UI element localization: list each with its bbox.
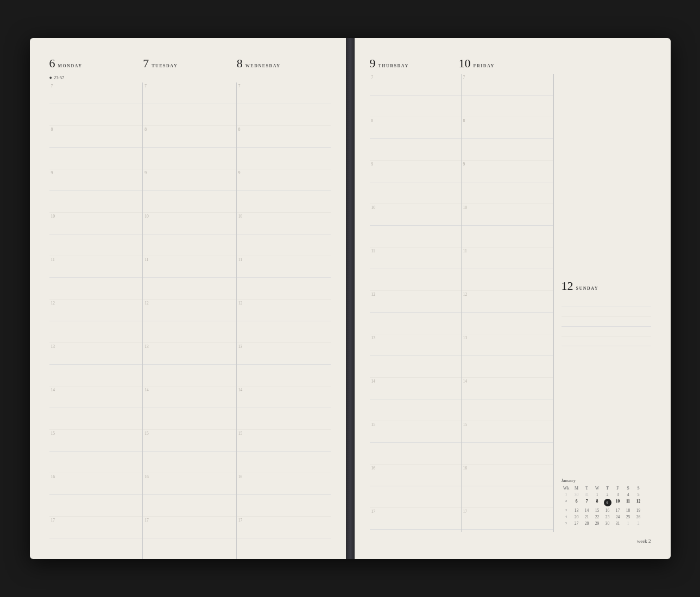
hour-row[interactable]: 13 <box>49 343 143 365</box>
hour-row-half[interactable] <box>237 191 331 213</box>
hour-row[interactable]: 11 <box>462 247 553 269</box>
hour-row-half[interactable] <box>143 321 236 343</box>
hour-row-half[interactable] <box>143 538 236 559</box>
hour-row-half[interactable] <box>370 139 461 161</box>
hour-row[interactable]: 7 <box>237 82 331 104</box>
hour-row[interactable]: 7 <box>370 74 461 96</box>
hour-row[interactable]: 13 <box>370 334 461 356</box>
hour-row[interactable]: 17 <box>237 517 331 538</box>
hour-row-half[interactable] <box>237 452 331 473</box>
hour-row[interactable]: 17 <box>462 508 553 530</box>
hour-row[interactable]: 15 <box>49 430 143 452</box>
hour-row-half[interactable] <box>49 234 143 256</box>
hour-row-half[interactable] <box>143 104 236 126</box>
hour-row-half[interactable] <box>370 182 461 204</box>
hour-row[interactable]: 9 <box>143 169 236 191</box>
hour-row-half[interactable] <box>143 365 236 386</box>
hour-row[interactable]: 11 <box>49 256 143 278</box>
hour-row-half[interactable] <box>462 313 553 334</box>
hour-row[interactable]: 10 <box>143 213 236 234</box>
hour-row-half[interactable] <box>143 495 236 517</box>
hour-row-half[interactable] <box>49 321 143 343</box>
hour-row-half[interactable] <box>237 408 331 430</box>
hour-row[interactable]: 7 <box>143 82 236 104</box>
hour-row[interactable]: 14 <box>370 378 461 399</box>
hour-row-half[interactable] <box>462 226 553 247</box>
hour-row-half[interactable] <box>237 234 331 256</box>
hour-row-half[interactable] <box>143 278 236 300</box>
hour-row-half[interactable] <box>370 226 461 247</box>
hour-row-half[interactable] <box>462 139 553 161</box>
hour-row-half[interactable] <box>143 452 236 473</box>
hour-row-half[interactable] <box>462 182 553 204</box>
hour-row-half[interactable] <box>49 278 143 300</box>
hour-row-half[interactable] <box>370 530 461 532</box>
hour-row[interactable]: 16 <box>143 473 236 495</box>
hour-row[interactable]: 11 <box>143 256 236 278</box>
hour-row-half[interactable] <box>237 148 331 169</box>
hour-row-half[interactable] <box>462 443 553 465</box>
hour-row-half[interactable] <box>462 399 553 421</box>
hour-row[interactable]: 7 <box>462 74 553 96</box>
hour-row-half[interactable] <box>49 365 143 386</box>
hour-row[interactable]: 12 <box>237 300 331 321</box>
hour-row[interactable]: 17 <box>370 508 461 530</box>
hour-row-half[interactable] <box>237 365 331 386</box>
hour-row[interactable]: 8 <box>237 126 331 148</box>
hour-row-half[interactable] <box>370 313 461 334</box>
hour-row-half[interactable] <box>143 408 236 430</box>
hour-row-half[interactable] <box>49 104 143 126</box>
hour-row-half[interactable] <box>143 234 236 256</box>
hour-row[interactable]: 12 <box>143 300 236 321</box>
hour-row[interactable]: 12 <box>370 291 461 313</box>
hour-row-half[interactable] <box>370 443 461 465</box>
hour-row[interactable]: 9 <box>370 161 461 182</box>
hour-row[interactable]: 17 <box>143 517 236 538</box>
hour-row-half[interactable] <box>462 486 553 508</box>
hour-row[interactable]: 14 <box>49 386 143 408</box>
hour-row[interactable]: 12 <box>49 300 143 321</box>
hour-row-half[interactable] <box>370 399 461 421</box>
hour-row[interactable]: 14 <box>143 386 236 408</box>
hour-row[interactable]: 8 <box>143 126 236 148</box>
hour-row-half[interactable] <box>49 191 143 213</box>
hour-row[interactable]: 8 <box>462 117 553 139</box>
hour-row[interactable]: 13 <box>143 343 236 365</box>
hour-row-half[interactable] <box>49 538 143 559</box>
hour-row[interactable]: 15 <box>462 421 553 443</box>
hour-row[interactable]: 14 <box>462 378 553 399</box>
hour-row-half[interactable] <box>462 530 553 532</box>
hour-row-half[interactable] <box>370 269 461 291</box>
hour-row[interactable]: 15 <box>143 430 236 452</box>
hour-row-half[interactable] <box>237 495 331 517</box>
hour-row[interactable]: 8 <box>49 126 143 148</box>
hour-row[interactable]: 14 <box>237 386 331 408</box>
hour-row-half[interactable] <box>143 148 236 169</box>
hour-row[interactable]: 16 <box>462 465 553 486</box>
hour-row-half[interactable] <box>49 148 143 169</box>
hour-row[interactable]: 9 <box>237 169 331 191</box>
hour-row-half[interactable] <box>237 538 331 559</box>
hour-row-half[interactable] <box>462 96 553 117</box>
hour-row[interactable]: 16 <box>237 473 331 495</box>
hour-row[interactable]: 8 <box>370 117 461 139</box>
hour-row-half[interactable] <box>49 495 143 517</box>
hour-row-half[interactable] <box>370 356 461 378</box>
hour-row[interactable]: 16 <box>370 465 461 486</box>
hour-row-half[interactable] <box>462 269 553 291</box>
hour-row[interactable]: 15 <box>237 430 331 452</box>
hour-row-half[interactable] <box>462 356 553 378</box>
hour-row[interactable]: 10 <box>462 204 553 226</box>
hour-row-half[interactable] <box>49 452 143 473</box>
hour-row-half[interactable] <box>237 278 331 300</box>
hour-row-half[interactable] <box>237 321 331 343</box>
hour-row-half[interactable] <box>237 104 331 126</box>
hour-row[interactable]: 9 <box>462 161 553 182</box>
hour-row[interactable]: 7 <box>49 82 143 104</box>
hour-row[interactable]: 13 <box>237 343 331 365</box>
hour-row-half[interactable] <box>370 96 461 117</box>
hour-row[interactable]: 13 <box>462 334 553 356</box>
hour-row[interactable]: 11 <box>237 256 331 278</box>
hour-row[interactable]: 12 <box>462 291 553 313</box>
hour-row[interactable]: 10 <box>237 213 331 234</box>
